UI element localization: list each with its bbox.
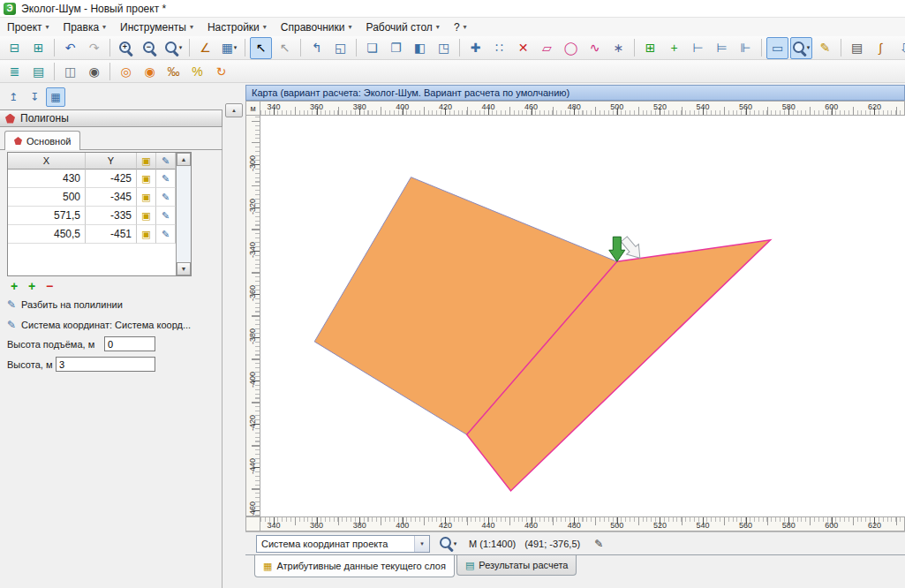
coord-system-select[interactable]: Система координат проекта ▾ bbox=[256, 535, 430, 553]
preview-results-button[interactable]: ◉ bbox=[83, 60, 105, 82]
insert-point-button[interactable]: + bbox=[25, 279, 39, 292]
cell-pick-button[interactable]: ▣ bbox=[137, 170, 156, 188]
noise-source-edit-button[interactable]: ◉ bbox=[139, 60, 161, 82]
zoom-scale-button[interactable]: ▾ bbox=[790, 37, 812, 59]
menu-item-pravka[interactable]: Правка▾ bbox=[57, 18, 114, 36]
cell-pick-button[interactable]: ▣ bbox=[137, 188, 156, 207]
add-calc-point-button[interactable]: + bbox=[663, 37, 685, 59]
cell-y[interactable]: -335 bbox=[86, 207, 137, 225]
cell-pick-button[interactable]: ▣ bbox=[137, 207, 156, 225]
dock-table-view-button[interactable]: ▦ bbox=[46, 87, 65, 107]
snap-mode-button[interactable]: ∷ bbox=[488, 37, 510, 59]
table-row[interactable]: 450,5-451▣✎ bbox=[8, 225, 191, 244]
menu-item-proekt[interactable]: Проект▾ bbox=[0, 18, 57, 36]
layout-frame-3-button[interactable]: ◧ bbox=[409, 37, 431, 59]
layout-frame-1-button[interactable]: ❏ bbox=[361, 37, 383, 59]
menu-item-nastroyki[interactable]: Настройки▾ bbox=[200, 18, 274, 36]
menu-item-rabochiy-stol[interactable]: Рабочий стол▾ bbox=[359, 18, 447, 36]
measure-angle-button[interactable]: ∠ bbox=[194, 37, 216, 59]
object-style-button[interactable]: ∗ bbox=[607, 37, 630, 59]
windows-tile-button[interactable]: ⊞ bbox=[27, 37, 49, 59]
scroll-down-button[interactable]: ▼ bbox=[177, 262, 191, 275]
tab-osnovnoy[interactable]: Основной bbox=[4, 131, 80, 150]
column-header-edit[interactable]: ✎ bbox=[156, 153, 176, 170]
table-row[interactable]: 430-425▣✎ bbox=[8, 170, 191, 188]
cell-edit-button[interactable]: ✎ bbox=[156, 207, 176, 225]
height-input[interactable] bbox=[56, 357, 155, 372]
delete-point-button[interactable]: − bbox=[42, 279, 57, 292]
map-window-title[interactable]: Карта (вариант расчета: Эколог-Шум. Вари… bbox=[245, 85, 905, 101]
column-header-x[interactable]: X bbox=[8, 153, 86, 170]
dock-move-up-button[interactable]: ↥ bbox=[4, 87, 23, 107]
noise-source-area-button[interactable]: ‰ bbox=[162, 60, 185, 82]
cell-y[interactable]: -345 bbox=[86, 188, 137, 207]
noise-source-linked-button[interactable]: % bbox=[186, 60, 208, 82]
select-pointer-icon: ↖ bbox=[256, 41, 267, 54]
redo-button[interactable]: ↷ bbox=[83, 37, 105, 59]
cell-pick-button[interactable]: ▣ bbox=[137, 225, 156, 244]
pan-tool-button[interactable]: ↖ bbox=[274, 37, 296, 59]
table-row[interactable]: 571,5-335▣✎ bbox=[8, 207, 191, 225]
cell-x[interactable]: 450,5 bbox=[8, 225, 86, 244]
chevron-down-icon[interactable]: ▾ bbox=[414, 536, 429, 552]
draw-ellipse-button[interactable]: ◯ bbox=[560, 37, 582, 59]
source-book-button[interactable]: ▤ bbox=[27, 60, 49, 82]
annotate-pencil-button[interactable]: ✎ bbox=[814, 37, 836, 59]
ruler-levels-button[interactable]: ⊩ bbox=[735, 37, 757, 59]
print-map-button[interactable]: ▤ bbox=[846, 37, 868, 59]
add-calc-table-button[interactable]: ⊞ bbox=[639, 37, 661, 59]
move-object-button[interactable]: ✚ bbox=[464, 37, 486, 59]
add-point-button[interactable]: + bbox=[7, 279, 21, 292]
select-rect-button[interactable]: ◱ bbox=[329, 37, 351, 59]
split-to-polylines-action[interactable]: ✎ Разбить на полилинии bbox=[7, 298, 123, 311]
cell-x[interactable]: 571,5 bbox=[8, 207, 86, 225]
tab-attributes[interactable]: ▦Атрибутивные данные текущего слоя bbox=[254, 555, 455, 577]
layout-frame-2-button[interactable]: ❐ bbox=[385, 37, 407, 59]
zoom-out-button[interactable]: − bbox=[139, 37, 161, 59]
coordinate-input-icon[interactable]: ✎ bbox=[594, 538, 603, 550]
zoom-in-button[interactable]: + bbox=[115, 37, 137, 59]
draw-polyline-button[interactable]: ∿ bbox=[584, 37, 606, 59]
cell-x[interactable]: 500 bbox=[8, 188, 86, 207]
select-pointer-button[interactable]: ↖ bbox=[250, 37, 272, 59]
undo-button[interactable]: ↶ bbox=[59, 37, 81, 59]
menu-item-spravochniki[interactable]: Справочники▾ bbox=[274, 18, 359, 36]
cell-edit-button[interactable]: ✎ bbox=[156, 225, 176, 244]
source-catalog-button[interactable]: ≣ bbox=[4, 60, 26, 82]
layout-frame-4-button[interactable]: ◳ bbox=[433, 37, 455, 59]
column-header-pick[interactable]: ▣ bbox=[137, 153, 156, 170]
map-canvas[interactable] bbox=[260, 116, 905, 516]
select-node-button[interactable]: ↰ bbox=[305, 37, 328, 59]
zoom-window-button[interactable]: ▾ bbox=[162, 37, 185, 59]
profile-tool-button[interactable]: ∫ bbox=[870, 37, 892, 59]
table-row[interactable]: 500-345▣✎ bbox=[8, 188, 191, 207]
delete-object-button[interactable]: ✕ bbox=[512, 37, 534, 59]
ruler-marks-button[interactable]: ⊨ bbox=[711, 37, 733, 59]
cell-edit-button[interactable]: ✎ bbox=[156, 170, 176, 188]
cell-y[interactable]: -451 bbox=[86, 225, 137, 244]
noise-source-point-button[interactable]: ◎ bbox=[115, 60, 137, 82]
scroll-up-button[interactable]: ▲ bbox=[177, 153, 191, 166]
cell-y[interactable]: -425 bbox=[86, 170, 137, 188]
zoom-status-button[interactable]: ▾ bbox=[437, 532, 459, 554]
menu-item-help[interactable]: ?▾ bbox=[447, 18, 474, 36]
noise-source-rotate-button[interactable]: ↻ bbox=[210, 60, 232, 82]
grid-settings-button[interactable]: ▦▾ bbox=[218, 37, 240, 59]
tab-results-icon: ▤ bbox=[465, 561, 474, 570]
coordinate-system-action[interactable]: ✎ Система координат: Система коорд... bbox=[7, 319, 191, 331]
menu-item-instrumenty[interactable]: Инструменты▾ bbox=[113, 18, 200, 36]
dock-move-down-button[interactable]: ↧ bbox=[25, 87, 44, 107]
tab-results[interactable]: ▤Результаты расчета bbox=[456, 555, 577, 576]
edit-vertices-button[interactable]: ▱ bbox=[536, 37, 558, 59]
cell-edit-button[interactable]: ✎ bbox=[156, 188, 176, 207]
save-variant-button[interactable]: ◫ bbox=[59, 60, 81, 82]
collapse-panel-button[interactable]: ▲ bbox=[225, 103, 243, 117]
cell-x[interactable]: 430 bbox=[8, 170, 86, 188]
column-header-y[interactable]: Y bbox=[86, 153, 137, 170]
ruler-sections-button[interactable]: ⊢ bbox=[687, 37, 709, 59]
table-scrollbar[interactable]: ▲ ▼ bbox=[176, 153, 191, 275]
lift-height-input[interactable] bbox=[104, 336, 155, 351]
measure-ruler-button[interactable]: ▭ bbox=[766, 37, 788, 59]
windows-cascade-button[interactable]: ⊟ bbox=[4, 37, 26, 59]
export-map-button[interactable]: ⇩ bbox=[894, 37, 905, 59]
